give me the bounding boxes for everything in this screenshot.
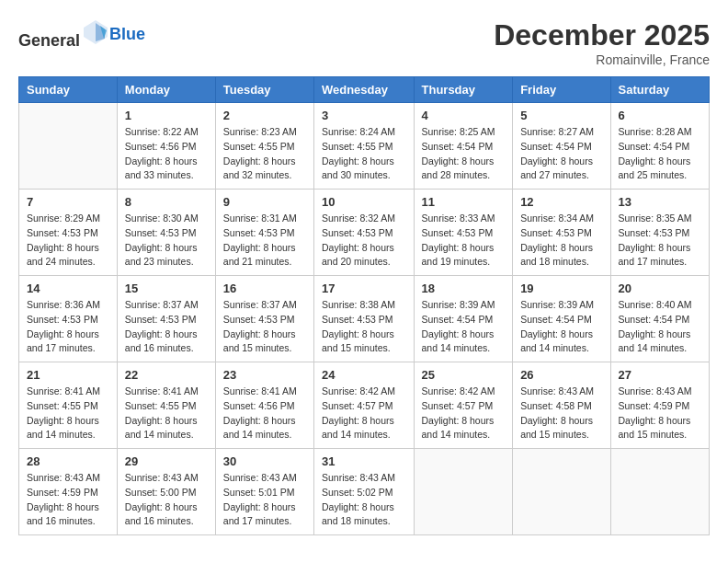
day-number: 10 (322, 195, 406, 209)
day-info: Sunrise: 8:42 AM Sunset: 4:57 PM Dayligh… (422, 385, 506, 442)
title-block: December 2025 Romainville, France (494, 18, 710, 67)
calendar-cell: 20Sunrise: 8:40 AM Sunset: 4:54 PM Dayli… (610, 276, 709, 362)
day-number: 5 (520, 109, 602, 122)
day-number: 6 (619, 109, 701, 122)
day-info: Sunrise: 8:43 AM Sunset: 5:00 PM Dayligh… (125, 471, 208, 529)
weekday-header: Friday (513, 77, 610, 103)
calendar-cell (610, 449, 709, 535)
day-info: Sunrise: 8:30 AM Sunset: 4:53 PM Dayligh… (125, 212, 208, 270)
day-number: 2 (223, 109, 306, 122)
calendar-table: SundayMondayTuesdayWednesdayThursdayFrid… (18, 76, 710, 535)
day-info: Sunrise: 8:43 AM Sunset: 5:02 PM Dayligh… (322, 471, 406, 529)
calendar-cell: 12Sunrise: 8:34 AM Sunset: 4:53 PM Dayli… (513, 190, 610, 276)
day-number: 13 (619, 195, 701, 209)
day-number: 23 (223, 368, 306, 382)
day-number: 1 (125, 109, 208, 122)
day-info: Sunrise: 8:39 AM Sunset: 4:54 PM Dayligh… (422, 298, 506, 356)
page-header: General Blue December 2025 Romainville, … (18, 18, 710, 67)
calendar-week-row: 1Sunrise: 8:22 AM Sunset: 4:56 PM Daylig… (19, 103, 710, 190)
calendar-cell: 15Sunrise: 8:37 AM Sunset: 4:53 PM Dayli… (117, 276, 215, 362)
calendar-cell: 13Sunrise: 8:35 AM Sunset: 4:53 PM Dayli… (610, 190, 709, 276)
month-title: December 2025 (494, 18, 710, 52)
day-number: 18 (422, 282, 506, 295)
calendar-week-row: 21Sunrise: 8:41 AM Sunset: 4:55 PM Dayli… (19, 362, 710, 449)
day-info: Sunrise: 8:32 AM Sunset: 4:53 PM Dayligh… (322, 212, 406, 270)
calendar-cell: 6Sunrise: 8:28 AM Sunset: 4:54 PM Daylig… (610, 103, 709, 190)
calendar-cell: 4Sunrise: 8:25 AM Sunset: 4:54 PM Daylig… (414, 103, 513, 190)
day-info: Sunrise: 8:42 AM Sunset: 4:57 PM Dayligh… (322, 385, 406, 442)
day-number: 16 (223, 282, 306, 295)
calendar-cell: 23Sunrise: 8:41 AM Sunset: 4:56 PM Dayli… (215, 362, 313, 449)
logo-blue: Blue (109, 25, 145, 44)
day-info: Sunrise: 8:43 AM Sunset: 4:59 PM Dayligh… (619, 385, 701, 442)
day-info: Sunrise: 8:33 AM Sunset: 4:53 PM Dayligh… (422, 212, 506, 270)
day-number: 9 (223, 195, 306, 209)
day-info: Sunrise: 8:41 AM Sunset: 4:55 PM Dayligh… (125, 385, 208, 442)
day-number: 11 (422, 195, 506, 209)
day-info: Sunrise: 8:34 AM Sunset: 4:53 PM Dayligh… (520, 212, 602, 270)
calendar-cell: 27Sunrise: 8:43 AM Sunset: 4:59 PM Dayli… (610, 362, 709, 449)
calendar-cell: 17Sunrise: 8:38 AM Sunset: 4:53 PM Dayli… (313, 276, 414, 362)
weekday-header: Thursday (414, 77, 513, 103)
day-info: Sunrise: 8:31 AM Sunset: 4:53 PM Dayligh… (223, 212, 306, 270)
calendar-cell: 3Sunrise: 8:24 AM Sunset: 4:55 PM Daylig… (313, 103, 414, 190)
day-number: 12 (520, 195, 602, 209)
logo: General Blue (18, 18, 145, 51)
day-number: 4 (422, 109, 506, 122)
day-info: Sunrise: 8:29 AM Sunset: 4:53 PM Dayligh… (27, 212, 109, 270)
day-number: 30 (223, 454, 306, 468)
calendar-cell: 7Sunrise: 8:29 AM Sunset: 4:53 PM Daylig… (19, 190, 118, 276)
calendar-cell: 26Sunrise: 8:43 AM Sunset: 4:58 PM Dayli… (513, 362, 610, 449)
weekday-header: Tuesday (215, 77, 313, 103)
day-info: Sunrise: 8:38 AM Sunset: 4:53 PM Dayligh… (322, 298, 406, 356)
day-info: Sunrise: 8:37 AM Sunset: 4:53 PM Dayligh… (125, 298, 208, 356)
calendar-cell: 25Sunrise: 8:42 AM Sunset: 4:57 PM Dayli… (414, 362, 513, 449)
day-info: Sunrise: 8:37 AM Sunset: 4:53 PM Dayligh… (223, 298, 306, 356)
day-number: 7 (27, 195, 109, 209)
day-info: Sunrise: 8:43 AM Sunset: 4:59 PM Dayligh… (27, 471, 109, 529)
calendar-cell: 11Sunrise: 8:33 AM Sunset: 4:53 PM Dayli… (414, 190, 513, 276)
day-number: 19 (520, 282, 602, 295)
day-info: Sunrise: 8:41 AM Sunset: 4:55 PM Dayligh… (27, 385, 109, 442)
day-number: 25 (422, 368, 506, 382)
calendar-cell: 24Sunrise: 8:42 AM Sunset: 4:57 PM Dayli… (313, 362, 414, 449)
day-number: 17 (322, 282, 406, 295)
calendar-cell: 9Sunrise: 8:31 AM Sunset: 4:53 PM Daylig… (215, 190, 313, 276)
calendar-cell: 10Sunrise: 8:32 AM Sunset: 4:53 PM Dayli… (313, 190, 414, 276)
calendar-cell (19, 103, 118, 190)
day-number: 28 (27, 454, 109, 468)
calendar-week-row: 14Sunrise: 8:36 AM Sunset: 4:53 PM Dayli… (19, 276, 710, 362)
calendar-cell: 28Sunrise: 8:43 AM Sunset: 4:59 PM Dayli… (19, 449, 118, 535)
day-info: Sunrise: 8:25 AM Sunset: 4:54 PM Dayligh… (422, 125, 506, 183)
day-info: Sunrise: 8:36 AM Sunset: 4:53 PM Dayligh… (27, 298, 109, 356)
calendar-cell: 22Sunrise: 8:41 AM Sunset: 4:55 PM Dayli… (117, 362, 215, 449)
calendar-cell (414, 449, 513, 535)
day-number: 22 (125, 368, 208, 382)
day-info: Sunrise: 8:40 AM Sunset: 4:54 PM Dayligh… (619, 298, 701, 356)
calendar-cell: 2Sunrise: 8:23 AM Sunset: 4:55 PM Daylig… (215, 103, 313, 190)
calendar-cell: 8Sunrise: 8:30 AM Sunset: 4:53 PM Daylig… (117, 190, 215, 276)
day-info: Sunrise: 8:23 AM Sunset: 4:55 PM Dayligh… (223, 125, 306, 183)
day-number: 26 (520, 368, 602, 382)
day-number: 31 (322, 454, 406, 468)
calendar-header-row: SundayMondayTuesdayWednesdayThursdayFrid… (19, 77, 710, 103)
calendar-cell: 29Sunrise: 8:43 AM Sunset: 5:00 PM Dayli… (117, 449, 215, 535)
day-info: Sunrise: 8:43 AM Sunset: 5:01 PM Dayligh… (223, 471, 306, 529)
day-info: Sunrise: 8:22 AM Sunset: 4:56 PM Dayligh… (125, 125, 208, 183)
day-info: Sunrise: 8:28 AM Sunset: 4:54 PM Dayligh… (619, 125, 701, 183)
logo-icon (82, 18, 109, 46)
logo-general: General (18, 31, 80, 50)
weekday-header: Wednesday (313, 77, 414, 103)
calendar-week-row: 28Sunrise: 8:43 AM Sunset: 4:59 PM Dayli… (19, 449, 710, 535)
day-number: 29 (125, 454, 208, 468)
calendar-week-row: 7Sunrise: 8:29 AM Sunset: 4:53 PM Daylig… (19, 190, 710, 276)
day-info: Sunrise: 8:27 AM Sunset: 4:54 PM Dayligh… (520, 125, 602, 183)
calendar-cell: 5Sunrise: 8:27 AM Sunset: 4:54 PM Daylig… (513, 103, 610, 190)
weekday-header: Sunday (19, 77, 118, 103)
day-info: Sunrise: 8:39 AM Sunset: 4:54 PM Dayligh… (520, 298, 602, 356)
day-info: Sunrise: 8:43 AM Sunset: 4:58 PM Dayligh… (520, 385, 602, 442)
calendar-cell (513, 449, 610, 535)
day-number: 14 (27, 282, 109, 295)
day-number: 3 (322, 109, 406, 122)
calendar-cell: 18Sunrise: 8:39 AM Sunset: 4:54 PM Dayli… (414, 276, 513, 362)
